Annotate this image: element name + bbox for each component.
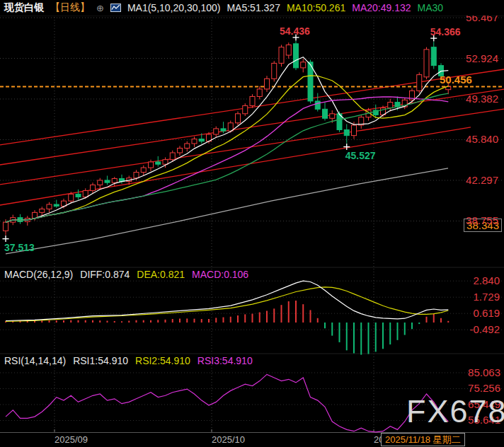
watermark: FX678 bbox=[406, 393, 504, 430]
ma5-value: MA5:51.327 bbox=[227, 2, 280, 13]
candle-up bbox=[214, 129, 219, 134]
month-label: 2025/10 bbox=[212, 434, 245, 445]
price-axis-label: 42.297 bbox=[466, 174, 498, 187]
rsi-line bbox=[6, 374, 448, 432]
candle-down bbox=[323, 109, 328, 118]
price-axis-label: 52.924 bbox=[466, 52, 498, 65]
period-tag[interactable]: 【日线】 bbox=[50, 1, 90, 14]
rsi-panel-label: RSI(14,14,14) RSI1:54.910 RSI2:54.910 RS… bbox=[4, 355, 253, 366]
candle-down bbox=[294, 44, 299, 68]
candle-down bbox=[76, 194, 81, 197]
chart-annotation: 45.527 bbox=[345, 150, 376, 161]
candle-up bbox=[98, 180, 103, 185]
candle-up bbox=[417, 75, 422, 91]
candle-down bbox=[156, 162, 161, 164]
candle-up bbox=[330, 114, 335, 118]
macd-hist-value: MACD:0.106 bbox=[192, 269, 248, 280]
rsi2-value: RSI2:54.910 bbox=[135, 355, 190, 366]
candle-up bbox=[265, 79, 270, 89]
macd-panel-label: MACD(26,12,9) DIFF:0.874 DEA:0.821 MACD:… bbox=[4, 269, 248, 280]
price-axis-label: 49.382 bbox=[466, 93, 498, 105]
candle-down bbox=[199, 139, 204, 141]
candle-up bbox=[170, 153, 175, 160]
candle-up bbox=[91, 185, 96, 190]
chart-app: 现货白银 【日线】 ⊕ MA1(5,10,20,30,100) MA5:51.3… bbox=[0, 0, 504, 447]
current-date-label: 2025/11/18 星期二 bbox=[381, 433, 465, 446]
price-axis-label: 38.755 bbox=[466, 214, 498, 227]
candle-up bbox=[301, 62, 306, 68]
ma20-value: MA20:49.132 bbox=[352, 2, 411, 13]
candle-up bbox=[178, 148, 183, 152]
candle-up bbox=[40, 209, 45, 213]
candle-up bbox=[192, 139, 197, 144]
macd-diff-value: DIFF:0.874 bbox=[80, 269, 130, 280]
candle-up bbox=[141, 168, 146, 172]
candle-up bbox=[134, 173, 139, 178]
candle-down bbox=[105, 180, 110, 182]
candle-up bbox=[69, 194, 74, 201]
rsi1-value: RSI1:54.910 bbox=[73, 355, 128, 366]
candle-up bbox=[243, 105, 248, 113]
candle-up bbox=[257, 89, 262, 97]
rsi-title[interactable]: RSI(14,14,14) bbox=[4, 355, 66, 366]
candle-down bbox=[221, 129, 226, 131]
candle-up bbox=[83, 191, 88, 197]
candle-up bbox=[424, 50, 429, 77]
ma30-value: MA30 bbox=[418, 2, 444, 13]
price-axis-label: 45.840 bbox=[466, 133, 498, 146]
expand-icon[interactable]: ⊕ bbox=[96, 3, 104, 13]
current-price-label: 50.456 bbox=[440, 74, 472, 86]
chart-annotation: 54.436 bbox=[280, 25, 310, 37]
rsi-axis-label: 85.063 bbox=[468, 366, 500, 379]
rsi3-value: RSI3:54.910 bbox=[197, 355, 253, 366]
candle-up bbox=[47, 204, 52, 209]
candle-up bbox=[185, 144, 190, 148]
chart-annotation: 54.366 bbox=[430, 26, 461, 37]
candle-up bbox=[388, 103, 393, 108]
candle-up bbox=[272, 63, 277, 79]
candle-down bbox=[315, 101, 320, 109]
candle-down bbox=[431, 47, 436, 66]
candle-up bbox=[149, 162, 154, 168]
ma10-value: MA10:50.261 bbox=[287, 2, 345, 13]
macd-axis-label: -0.492 bbox=[469, 323, 500, 336]
macd-axis-label: 1.729 bbox=[473, 291, 500, 303]
ma100-line bbox=[6, 168, 448, 254]
macd-title[interactable]: MACD(26,12,9) bbox=[4, 269, 73, 280]
macd-dea-value: DEA:0.821 bbox=[137, 269, 185, 280]
candle-up bbox=[279, 47, 284, 64]
candle-up bbox=[163, 160, 168, 164]
macd-axis-label: 0.619 bbox=[473, 307, 500, 320]
chart-canvas[interactable] bbox=[0, 0, 504, 447]
candle-up bbox=[236, 114, 241, 123]
mini-chart-icon bbox=[110, 4, 121, 12]
candle-up bbox=[4, 222, 8, 231]
candle-up bbox=[228, 123, 233, 131]
candle-up bbox=[286, 45, 291, 55]
candle-down bbox=[344, 130, 349, 136]
symbol-name: 现货白银 bbox=[4, 1, 44, 14]
macd-dea-line bbox=[6, 287, 448, 321]
candle-up bbox=[33, 212, 38, 218]
macd-axis-label: 2.840 bbox=[473, 274, 500, 287]
candle-up bbox=[250, 96, 255, 105]
chart-annotation: 37.513 bbox=[4, 242, 35, 253]
candle-up bbox=[112, 178, 117, 182]
ma-settings-label[interactable]: MA1(5,10,20,30,100) bbox=[127, 2, 221, 13]
candle-up bbox=[352, 125, 357, 136]
month-label: 2025/09 bbox=[55, 434, 88, 445]
macd-diff-line bbox=[6, 281, 448, 320]
candle-down bbox=[54, 204, 59, 206]
candle-down bbox=[18, 218, 23, 222]
title-bar: 现货白银 【日线】 ⊕ MA1(5,10,20,30,100) MA5:51.3… bbox=[0, 0, 504, 16]
